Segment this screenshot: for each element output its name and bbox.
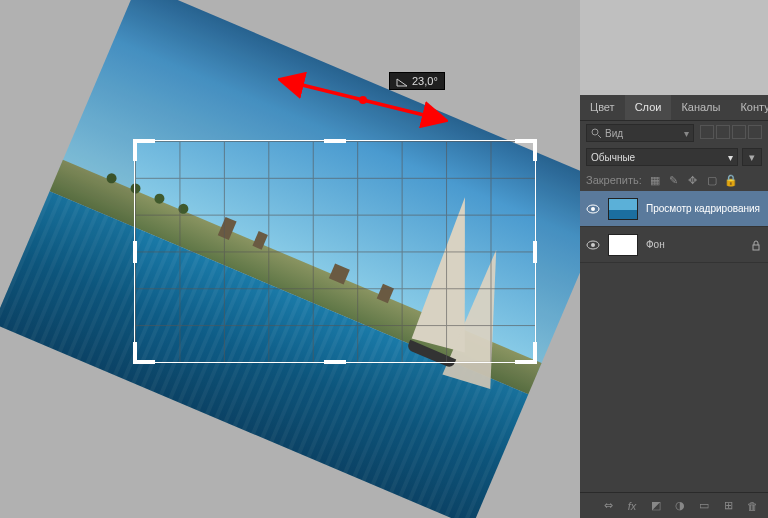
adjust-icon[interactable]: ◑	[672, 498, 688, 514]
new-icon[interactable]: ⊞	[720, 498, 736, 514]
blend-mode-label: Обычные	[591, 152, 635, 163]
filter-adjust-icon[interactable]	[716, 125, 730, 139]
layer-thumbnail[interactable]	[608, 198, 638, 220]
svg-point-7	[591, 243, 595, 247]
mask-icon[interactable]: ◩	[648, 498, 664, 514]
panel-tabs: Цвет Слои Каналы Контуры	[580, 95, 768, 121]
angle-icon	[396, 75, 408, 87]
layer-row[interactable]: Фон	[580, 227, 768, 263]
filter-text-icon[interactable]	[732, 125, 746, 139]
image-instance[interactable]	[0, 0, 580, 518]
lock-label: Закрепить:	[586, 174, 642, 186]
layers-panel: Цвет Слои Каналы Контуры Вид ▾ Обычные ▾…	[580, 95, 768, 518]
tab-layers[interactable]: Слои	[625, 95, 672, 120]
filter-shape-icon[interactable]	[748, 125, 762, 139]
angle-value: 23,0°	[412, 75, 438, 87]
tab-color[interactable]: Цвет	[580, 95, 625, 120]
layer-list: Просмотр кадрирования Фон	[580, 191, 768, 492]
visibility-eye-icon[interactable]	[586, 202, 600, 216]
lock-pixels-icon[interactable]: ▦	[648, 173, 662, 187]
chevron-down-icon: ▾	[728, 152, 733, 163]
layer-filter-label: Вид	[605, 128, 623, 139]
layer-filter-icons[interactable]	[698, 125, 762, 141]
group-icon[interactable]: ▭	[696, 498, 712, 514]
editor-canvas[interactable]: 23,0°	[0, 0, 580, 518]
rotation-angle-tooltip: 23,0°	[389, 72, 445, 90]
trash-icon[interactable]: 🗑	[744, 498, 760, 514]
tab-paths[interactable]: Контуры	[730, 95, 768, 120]
layer-filter-field[interactable]: Вид ▾	[586, 124, 694, 142]
svg-rect-8	[753, 245, 759, 250]
svg-line-3	[598, 135, 601, 138]
layer-name[interactable]: Фон	[646, 239, 742, 250]
link-icon[interactable]: ⇔	[600, 498, 616, 514]
lock-artboard-icon[interactable]: ▢	[705, 173, 719, 187]
chevron-down-icon: ▾	[749, 151, 755, 164]
lock-move-icon[interactable]: ✥	[686, 173, 700, 187]
lock-brush-icon[interactable]: ✎	[667, 173, 681, 187]
layer-name[interactable]: Просмотр кадрирования	[646, 203, 762, 214]
layer-row[interactable]: Просмотр кадрирования	[580, 191, 768, 227]
lock-icon	[750, 239, 762, 251]
fx-icon[interactable]: fx	[624, 498, 640, 514]
svg-point-5	[591, 207, 595, 211]
filter-image-icon[interactable]	[700, 125, 714, 139]
lock-all-icon[interactable]: 🔒	[724, 173, 738, 187]
layer-thumbnail[interactable]	[608, 234, 638, 256]
blend-mode-select[interactable]: Обычные ▾	[586, 148, 738, 166]
panel-footer: ⇔ fx ◩ ◑ ▭ ⊞ 🗑	[580, 492, 768, 518]
tab-channels[interactable]: Каналы	[671, 95, 730, 120]
opacity-dropdown[interactable]: ▾	[742, 148, 762, 166]
search-icon	[591, 128, 601, 138]
svg-point-2	[592, 129, 598, 135]
visibility-eye-icon[interactable]	[586, 238, 600, 252]
